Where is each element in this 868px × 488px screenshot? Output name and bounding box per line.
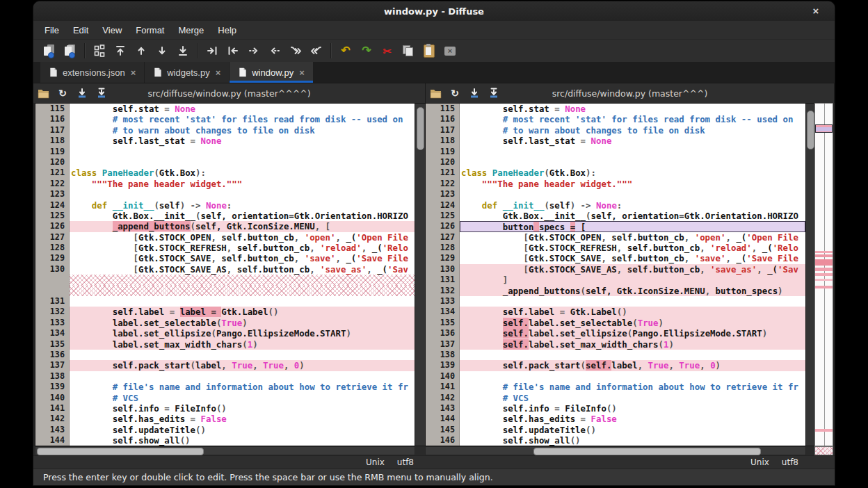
code-text[interactable]: Gtk.Box.__init__(self, orientation=Gtk.O…	[70, 211, 415, 221]
code-text[interactable]: self.has_edits = False	[70, 414, 415, 424]
code-line[interactable]: 122 """The pane header widget."""	[35, 179, 415, 189]
right-vertical-scrollbar[interactable]	[806, 103, 814, 446]
code-line[interactable]: 135 self.label.set_selectable(True)	[426, 318, 805, 328]
copy-right-into-selection-button[interactable]	[264, 41, 285, 60]
code-line[interactable]: 129 [Gtk.STOCK_SAVE, self.button_cb, 'sa…	[426, 253, 805, 263]
menu-help[interactable]: Help	[211, 21, 243, 39]
code-line[interactable]: 132 self.label = label = Gtk.Label()	[35, 307, 415, 317]
code-line[interactable]: 141 # file's name and information about …	[426, 382, 805, 392]
code-line[interactable]: 118 self.last_stat = None	[426, 136, 805, 146]
code-line[interactable]: 144 self.has_edits = False	[426, 414, 805, 424]
code-line[interactable]: 115 self.stat = None	[35, 104, 415, 114]
code-line[interactable]: 133	[426, 296, 805, 307]
code-text[interactable]	[70, 157, 415, 168]
left-horizontal-scrollbar-thumb[interactable]	[37, 448, 204, 455]
code-text[interactable]: button_specs = [	[460, 221, 805, 231]
code-text[interactable]: self.show_all()	[460, 435, 805, 446]
code-line[interactable]: 121class PaneHeader(Gtk.Box):	[35, 168, 415, 178]
code-text[interactable]	[460, 189, 805, 200]
code-text[interactable]: self.updateTitle()	[460, 425, 805, 435]
window-close-button[interactable]: ×	[808, 3, 823, 19]
code-line[interactable]: 121class PaneHeader(Gtk.Box):	[426, 168, 805, 178]
code-line[interactable]: 134 label.set_ellipsize(Pango.EllipsizeM…	[35, 328, 415, 339]
code-line[interactable]: 117 # to warn about changes to file on d…	[35, 125, 415, 136]
code-line[interactable]: 126 button_specs = [	[426, 221, 805, 231]
code-line[interactable]: 120	[426, 157, 805, 168]
code-text[interactable]: # to warn about changes to file on disk	[70, 125, 415, 136]
code-line[interactable]: 125 Gtk.Box.__init__(self, orientation=G…	[35, 211, 415, 221]
code-line[interactable]: 138	[426, 350, 805, 360]
code-text[interactable]: self.has_edits = False	[460, 414, 805, 424]
code-text[interactable]: # VCS	[70, 393, 415, 403]
new-2way-file-merge-button[interactable]	[39, 41, 60, 60]
code-line[interactable]: 136 self.label.set_ellipsize(Pango.Ellip…	[426, 328, 805, 339]
code-text[interactable]: [Gtk.STOCK_OPEN, self.button_cb, 'open',…	[70, 232, 415, 243]
code-text[interactable]	[460, 296, 805, 307]
code-text[interactable]	[460, 147, 805, 157]
code-text[interactable]: self.stat = None	[70, 104, 415, 114]
code-text[interactable]: class PaneHeader(Gtk.Box):	[70, 168, 415, 178]
code-line[interactable]: 118 self.last_stat = None	[35, 136, 415, 146]
code-line[interactable]: 137 self.pack_start(label, True, True, 0…	[35, 360, 415, 371]
code-line[interactable]: 142 self.has_edits = False	[35, 414, 415, 424]
copy-button[interactable]	[398, 41, 419, 60]
code-line[interactable]: 141 self.info = FileInfo()	[35, 403, 415, 414]
code-text[interactable]: """The pane header widget."""	[460, 179, 805, 189]
code-text[interactable]: """The pane header widget."""	[70, 179, 415, 189]
code-text[interactable]: self.label.set_ellipsize(Pango.Ellipsize…	[460, 328, 805, 339]
tab-window-py[interactable]: window.py ×	[230, 62, 313, 83]
code-text[interactable]: self.info = FileInfo()	[460, 403, 805, 414]
code-text[interactable]: _append_buttons(self, Gtk.IconSize.MENU,…	[460, 286, 805, 296]
left-save-button[interactable]	[72, 85, 92, 101]
menu-view[interactable]: View	[95, 21, 129, 39]
code-line[interactable]: 129 [Gtk.STOCK_SAVE, self.button_cb, 'sa…	[35, 253, 415, 263]
left-open-file-button[interactable]	[33, 85, 53, 101]
menu-file[interactable]: File	[38, 21, 66, 39]
code-text[interactable]: ]	[460, 275, 805, 285]
code-text[interactable]: # most recent 'stat' for files read from…	[70, 114, 415, 124]
menu-edit[interactable]: Edit	[66, 21, 95, 39]
code-line[interactable]: 132 _append_buttons(self, Gtk.IconSize.M…	[426, 286, 805, 296]
code-line[interactable]: 126 _append_buttons(self, Gtk.IconSize.M…	[35, 221, 415, 231]
right-horizontal-scrollbar[interactable]	[425, 446, 806, 455]
code-text[interactable]: self.show_all()	[70, 435, 415, 446]
code-text[interactable]: _append_buttons(self, Gtk.IconSize.MENU,…	[70, 221, 415, 231]
code-line[interactable]: 137 self.label.set_max_width_chars(1)	[426, 339, 805, 350]
code-text[interactable]: Gtk.Box.__init__(self, orientation=Gtk.O…	[460, 211, 805, 221]
code-text[interactable]: # file's name and information about how …	[460, 382, 805, 392]
code-text[interactable]: # to warn about changes to file on disk	[460, 125, 805, 136]
code-text[interactable]: [Gtk.STOCK_OPEN, self.button_cb, 'open',…	[460, 232, 805, 243]
code-text[interactable]	[70, 350, 415, 360]
code-text[interactable]: [Gtk.STOCK_REFRESH, self.button_cb, 'rel…	[460, 243, 805, 253]
gap-hatch[interactable]	[70, 286, 415, 296]
code-line[interactable]: 116 # most recent 'stat' for files read …	[426, 114, 805, 124]
code-text[interactable]: label.set_ellipsize(Pango.EllipsizeMode.…	[70, 328, 415, 339]
right-horizontal-scrollbar-thumb[interactable]	[533, 448, 761, 455]
code-line[interactable]: 143 self.info = FileInfo()	[426, 403, 805, 414]
diff-map-viewport[interactable]	[815, 124, 833, 133]
code-line[interactable]: 119	[35, 147, 415, 157]
previous-difference-button[interactable]	[131, 41, 152, 60]
clear-edits-button[interactable]: ×	[440, 41, 460, 60]
left-code-pane[interactable]: 115 self.stat = None116 # most recent 's…	[35, 103, 415, 446]
code-text[interactable]: self.label = label = Gtk.Label()	[70, 307, 415, 317]
code-text[interactable]: def __init__(self) -> None:	[70, 200, 415, 211]
left-vertical-scrollbar[interactable]	[415, 103, 425, 446]
code-line[interactable]: 115 self.stat = None	[426, 104, 805, 114]
code-line[interactable]: 124 def __init__(self) -> None:	[35, 200, 415, 211]
code-text[interactable]: self.label.set_max_width_chars(1)	[460, 339, 805, 350]
code-text[interactable]: self.last_stat = None	[460, 136, 805, 146]
next-difference-button[interactable]	[152, 41, 172, 60]
code-text[interactable]: self.stat = None	[460, 104, 805, 114]
cut-button[interactable]: ✂	[377, 41, 398, 60]
code-line[interactable]: 144 self.show_all()	[35, 435, 415, 446]
code-text[interactable]: self.pack_start(label, True, True, 0)	[70, 360, 415, 371]
code-text[interactable]: self.last_stat = None	[70, 136, 415, 146]
code-line[interactable]: 131	[35, 296, 415, 307]
right-save-button[interactable]	[465, 85, 484, 101]
left-horizontal-scrollbar[interactable]	[35, 446, 415, 455]
code-line[interactable]: 120	[35, 157, 415, 168]
code-line[interactable]: 146 self.show_all()	[426, 435, 805, 446]
alignment-gap-row[interactable]	[35, 275, 415, 285]
left-save-as-button[interactable]	[92, 85, 111, 101]
